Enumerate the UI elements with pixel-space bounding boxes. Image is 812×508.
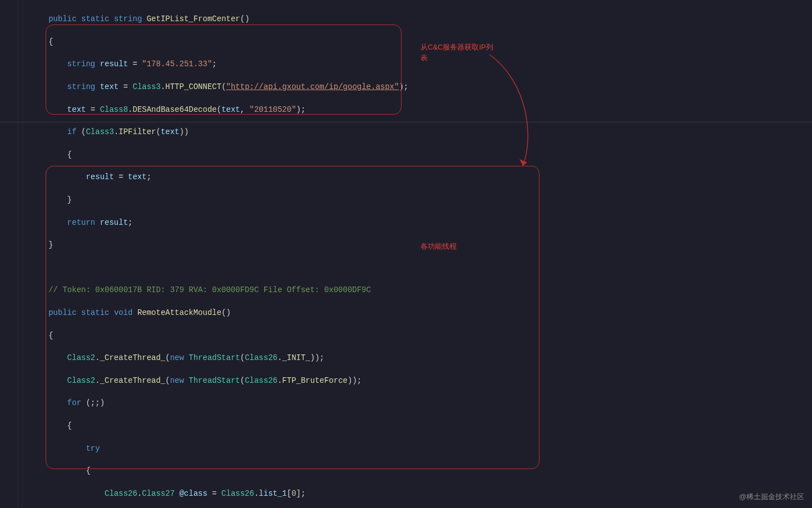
keyword-if: if	[67, 127, 77, 136]
method-init: _INIT_	[282, 353, 310, 362]
method-createthread: _CreateThread_	[100, 353, 166, 362]
literal-0: 0	[291, 489, 296, 498]
annotation-modules: 各功能线程	[420, 241, 457, 252]
type-class8: Class8	[100, 105, 128, 114]
type-threadstart: ThreadStart	[189, 376, 240, 385]
code-editor: public static string GetIPList_FromCente…	[0, 0, 812, 508]
type-string: string	[114, 14, 142, 23]
var-text: text	[67, 105, 86, 114]
keyword-public: public	[48, 14, 76, 23]
type-class26: Class26	[221, 489, 254, 498]
type-class27: Class27	[142, 489, 175, 498]
section-separator	[0, 122, 812, 122]
keyword-void: void	[114, 308, 133, 317]
type-class3: Class3	[86, 127, 113, 136]
type-string: string	[67, 60, 95, 68]
method-remoteattack: RemoteAttackMoudle	[137, 308, 221, 317]
type-string: string	[67, 82, 95, 91]
method-ftpbrute: FTP_BruteForce	[282, 376, 348, 385]
var-atclass: @class	[179, 489, 207, 498]
type-class2: Class2	[67, 353, 95, 362]
keyword-static: static	[81, 14, 109, 23]
literal-ip: "178.45.251.33"	[142, 60, 212, 68]
method-getiplist: GetIPList_FromCenter	[147, 14, 240, 23]
var-text: text	[100, 82, 119, 91]
keyword-try: try	[86, 444, 100, 453]
var-result: result	[100, 60, 128, 68]
comment-token: // Token: 0x0600017B RID: 379 RVA: 0x000…	[48, 285, 371, 294]
var-result: result	[100, 218, 128, 227]
type-class26: Class26	[245, 376, 278, 385]
literal-url: "http://api.gxout.com/ip/google.aspx"	[226, 82, 399, 91]
keyword-new: new	[170, 353, 184, 362]
keyword-new: new	[170, 376, 184, 385]
keyword-public: public	[48, 308, 76, 317]
var-result: result	[86, 172, 113, 181]
type-class26: Class26	[245, 353, 278, 362]
type-threadstart: ThreadStart	[189, 353, 240, 362]
keyword-for: for	[67, 398, 81, 407]
var-text: text	[221, 105, 240, 114]
watermark: @稀土掘金技术社区	[739, 492, 804, 502]
method-createthread: _CreateThread_	[100, 376, 166, 385]
field-list1: list_1	[259, 489, 286, 498]
type-class3: Class3	[132, 82, 160, 91]
type-class2: Class2	[67, 376, 95, 385]
method-desdecode: DESAndBase64Decode	[132, 105, 216, 114]
keyword-return: return	[67, 218, 95, 227]
literal-date: "20110520"	[250, 105, 296, 114]
method-ipfilter: IPFilter	[118, 127, 156, 136]
type-class26: Class26	[105, 489, 137, 498]
var-text: text	[161, 127, 180, 136]
method-httpconnect: HTTP_CONNECT	[165, 82, 221, 91]
keyword-static: static	[81, 308, 109, 317]
annotation-fetch-ip: 从C&C服务器获取IP列表	[420, 42, 498, 63]
var-text: text	[128, 172, 147, 181]
